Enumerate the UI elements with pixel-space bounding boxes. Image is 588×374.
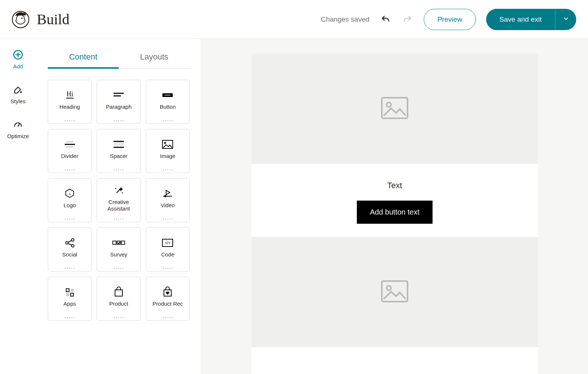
grip-icon: [163, 317, 173, 318]
block-apps[interactable]: Apps: [48, 277, 92, 321]
panel-tabs: Content Layouts: [48, 46, 190, 69]
svg-rect-36: [71, 293, 74, 296]
block-button[interactable]: Button: [146, 80, 190, 124]
save-group: Save and exit: [486, 9, 576, 30]
svg-point-42: [387, 286, 391, 290]
block-label: Product: [109, 301, 128, 307]
image-placeholder-icon: [381, 97, 409, 121]
block-label: Divider: [61, 153, 78, 159]
tab-content[interactable]: Content: [48, 46, 119, 68]
block-image[interactable]: Image: [146, 129, 190, 173]
text-block[interactable]: Text: [387, 164, 402, 201]
save-and-exit-button[interactable]: Save and exit: [486, 9, 555, 30]
image-icon: [160, 139, 175, 150]
email-canvas[interactable]: Text Add button text: [251, 54, 538, 374]
nav-label: Styles: [11, 98, 26, 104]
grip-icon: [163, 169, 173, 170]
block-product[interactable]: Product: [97, 277, 140, 321]
svg-rect-14: [114, 143, 124, 146]
editor-canvas-area[interactable]: Text Add button text: [201, 39, 588, 374]
paint-icon: [12, 84, 24, 95]
save-status: Changes saved: [321, 15, 369, 24]
cta-button[interactable]: Add button text: [357, 201, 433, 224]
block-label: Spacer: [110, 153, 128, 159]
block-label: Button: [160, 104, 176, 110]
grip-icon: [65, 219, 75, 220]
grip-icon: [65, 268, 75, 269]
header-actions: Changes saved Preview Save and exit: [321, 9, 576, 30]
app-header: Build Changes saved Preview Save and exi…: [0, 0, 588, 39]
block-label: Survey: [110, 251, 128, 258]
svg-point-20: [122, 193, 123, 194]
block-social[interactable]: Social: [48, 227, 92, 271]
block-logo[interactable]: A Logo: [48, 178, 92, 222]
grip-icon: [114, 268, 123, 269]
grip-icon: [114, 169, 123, 170]
block-paragraph[interactable]: Paragraph: [97, 80, 140, 124]
block-label: Video: [161, 202, 175, 209]
block-spacer[interactable]: Spacer: [97, 129, 140, 173]
video-icon: [160, 188, 175, 199]
redo-button[interactable]: [402, 14, 413, 25]
block-label: Social: [62, 251, 77, 258]
svg-point-17: [164, 142, 166, 144]
save-dropdown-button[interactable]: [555, 9, 576, 30]
svg-point-1: [21, 17, 23, 19]
button-icon: [160, 90, 175, 101]
grip-icon: [163, 120, 173, 121]
svg-rect-33: [66, 289, 69, 292]
block-survey[interactable]: Survey: [97, 227, 140, 271]
svg-line-26: [68, 241, 72, 242]
image-placeholder[interactable]: [251, 237, 538, 347]
block-label: Creative Assistant: [97, 199, 140, 212]
nav-optimize[interactable]: Optimize: [0, 119, 36, 139]
brand: Build: [12, 11, 69, 28]
block-heading[interactable]: Hi Heading: [48, 80, 92, 124]
grip-icon: [114, 219, 123, 220]
nav-add[interactable]: Add: [0, 49, 36, 69]
block-label: Product Rec: [153, 301, 183, 307]
chevron-down-icon: [563, 15, 569, 24]
tool-nav: Add Styles Optimize: [0, 39, 36, 374]
plus-circle-icon: [12, 49, 24, 60]
svg-rect-39: [382, 98, 408, 118]
grip-icon: [114, 317, 123, 318]
gauge-icon: [12, 119, 24, 130]
block-label: Heading: [60, 104, 80, 110]
grip-icon: [65, 120, 75, 121]
svg-text:</>: </>: [165, 241, 171, 245]
block-creative-assistant[interactable]: Creative Assistant: [97, 178, 140, 222]
nav-label: Add: [13, 63, 23, 69]
sparkle-wand-icon: [111, 185, 126, 196]
svg-point-19: [115, 188, 116, 189]
svg-rect-28: [113, 241, 116, 244]
nav-label: Optimize: [7, 133, 29, 139]
block-label: Code: [161, 251, 174, 258]
block-video[interactable]: Video: [146, 178, 190, 222]
bag-heart-icon: [160, 287, 175, 298]
spacer-icon: [111, 139, 126, 150]
block-label: Paragraph: [106, 104, 132, 110]
grip-icon: [163, 268, 173, 269]
block-divider[interactable]: Divider: [48, 129, 92, 173]
svg-point-25: [71, 245, 74, 247]
divider-icon: [62, 139, 77, 150]
svg-point-23: [65, 242, 68, 244]
blocks-panel: Content Layouts Hi Heading Paragraph: [36, 39, 201, 374]
undo-button[interactable]: [380, 14, 391, 25]
image-placeholder[interactable]: [251, 54, 538, 164]
preview-button[interactable]: Preview: [424, 9, 476, 30]
grip-icon: [163, 219, 173, 220]
tab-layouts[interactable]: Layouts: [119, 46, 190, 68]
heading-icon: Hi: [62, 90, 77, 101]
paragraph-icon: [111, 90, 126, 101]
svg-point-24: [71, 239, 74, 241]
image-placeholder-icon: [381, 280, 409, 304]
block-product-rec[interactable]: Product Rec: [146, 277, 190, 321]
share-icon: [62, 237, 77, 248]
nav-styles[interactable]: Styles: [0, 84, 36, 104]
svg-line-27: [68, 244, 72, 245]
block-label: Image: [160, 153, 175, 159]
block-code[interactable]: </> Code: [146, 227, 190, 271]
svg-rect-41: [382, 281, 408, 302]
